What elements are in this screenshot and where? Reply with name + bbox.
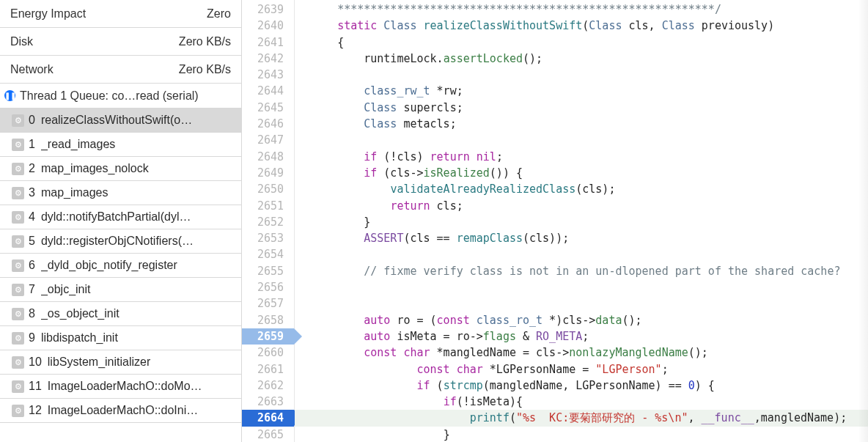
code-line[interactable] (295, 279, 868, 295)
gutter-line[interactable]: 2654 (242, 246, 294, 262)
stack-frame[interactable]: ⚙11ImageLoaderMachO::doMo… (0, 375, 241, 399)
code-line[interactable]: if (cls->isRealized()) { (295, 165, 868, 181)
code-line[interactable]: if(!isMeta){ (295, 394, 868, 410)
stack-frame[interactable]: ⚙6_dyld_objc_notify_register (0, 254, 241, 278)
code-line[interactable]: validateAlreadyRealizedClass(cls); (295, 181, 868, 197)
frame-index: 3 (29, 186, 35, 199)
code-line[interactable]: static Class realizeClassWithoutSwift(Cl… (295, 18, 868, 34)
code-line[interactable] (295, 67, 868, 83)
code-line[interactable]: { (295, 34, 868, 51)
gutter-line[interactable]: 2662 (242, 377, 294, 394)
code-line[interactable]: printf("%s KC:要菊部研究的 - %s\n", __func__,m… (295, 410, 868, 426)
gutter-line[interactable]: 2645 (242, 100, 294, 116)
stack-frame[interactable]: ⚙10libSystem_initializer (0, 350, 241, 375)
gutter-line[interactable]: 2640 (242, 18, 294, 34)
stack-frame[interactable]: ⚙8_os_object_init (0, 302, 241, 326)
code-line[interactable]: const char *LGPersonName = "LGPerson"; (295, 361, 868, 377)
gauge-row: DiskZero KB/s (0, 28, 241, 56)
gutter-line[interactable]: 2650 (242, 181, 294, 197)
gutter-line[interactable]: 2643 (242, 67, 294, 83)
stack-frames: ⚙0realizeClassWithoutSwift(o…⚙1_read_ima… (0, 108, 241, 442)
code-editor[interactable]: ****************************************… (295, 0, 868, 442)
frame-gear-icon: ⚙ (12, 163, 24, 175)
gutter-line[interactable]: 2648 (242, 149, 294, 165)
code-line[interactable]: // fixme verify class is not in an un-dl… (295, 263, 868, 279)
gutter-line[interactable]: 2649 (242, 165, 294, 181)
code-line[interactable]: if (strcmp(mangledName, LGPersonName) ==… (295, 377, 868, 394)
gutter-line[interactable]: 2656 (242, 279, 294, 295)
stack-frame[interactable]: ⚙5dyld::registerObjCNotifiers(… (0, 229, 241, 254)
frame-label: _dyld_objc_notify_register (41, 259, 177, 272)
frame-label: _objc_init (41, 283, 91, 296)
frame-label: ImageLoaderMachO::doIni… (48, 404, 198, 417)
code-line[interactable]: const char *mangledName = cls->nonlazyMa… (295, 345, 868, 361)
gutter-line[interactable]: 2660 (242, 345, 294, 361)
code-line[interactable] (295, 295, 868, 312)
scrollbar-area[interactable] (858, 0, 868, 442)
stack-frame[interactable]: ⚙7_objc_init (0, 278, 241, 302)
frame-label: ImageLoaderMachO::doMo… (48, 380, 202, 393)
stack-frame[interactable]: ⚙4dyld::notifyBatchPartial(dyl… (0, 205, 241, 229)
frame-gear-icon: ⚙ (12, 284, 24, 296)
gauge-row: NetworkZero KB/s (0, 56, 241, 84)
thread-title: Thread 1 Queue: co…read (serial) (20, 89, 199, 103)
frame-index: 5 (29, 235, 35, 248)
code-line[interactable] (295, 132, 868, 148)
gutter-line[interactable]: 2665 (242, 427, 294, 442)
frame-label: libdispatch_init (41, 331, 118, 345)
frame-gear-icon: ⚙ (12, 405, 24, 417)
stack-frame[interactable]: ⚙9libdispatch_init (0, 326, 241, 350)
gutter-line[interactable]: 2655 (242, 263, 294, 279)
frame-label: _read_images (41, 138, 115, 151)
gutter-line[interactable]: 2664 (242, 410, 294, 426)
gutter-line[interactable]: 2663 (242, 394, 294, 410)
gutter-line[interactable]: 2657 (242, 295, 294, 312)
code-line[interactable]: } (295, 427, 868, 442)
gutter-line[interactable]: 2647 (242, 132, 294, 148)
code-line[interactable]: runtimeLock.assertLocked(); (295, 51, 868, 67)
gutter-lines: 2639264026412642264326442645264626472648… (242, 0, 294, 442)
code-lines: ****************************************… (295, 0, 868, 442)
gauge-row: Energy ImpactZero (0, 0, 241, 28)
frame-index: 4 (29, 210, 35, 224)
gutter-line[interactable]: 2639 (242, 1, 294, 18)
code-line[interactable] (295, 246, 868, 262)
gutter-line[interactable]: 2652 (242, 214, 294, 230)
gauge-label: Disk (10, 35, 33, 48)
gutter-line[interactable]: 2651 (242, 198, 294, 214)
code-line[interactable]: } (295, 214, 868, 230)
frame-label: map_images_nolock (41, 162, 149, 175)
frame-gear-icon: ⚙ (12, 356, 24, 369)
code-line[interactable]: Class metacls; (295, 116, 868, 132)
frame-index: 6 (29, 259, 35, 272)
gutter-line[interactable]: 2659 (242, 328, 294, 345)
frame-index: 12 (29, 404, 42, 417)
stack-frame[interactable]: ⚙3map_images (0, 181, 241, 205)
gutter-line[interactable]: 2661 (242, 361, 294, 377)
thread-header[interactable]: ❚❚ Thread 1 Queue: co…read (serial) (0, 84, 241, 108)
stack-frame[interactable]: ⚙1_read_images (0, 133, 241, 157)
stack-frame[interactable]: ⚙2map_images_nolock (0, 157, 241, 181)
code-line[interactable]: ****************************************… (295, 1, 868, 18)
code-line[interactable]: ASSERT(cls == remapClass(cls)); (295, 230, 868, 246)
gutter-line[interactable]: 2644 (242, 83, 294, 99)
code-line[interactable]: return cls; (295, 198, 868, 214)
code-line[interactable]: auto ro = (const class_ro_t *)cls->data(… (295, 312, 868, 328)
gutter-line[interactable]: 2658 (242, 312, 294, 328)
frame-gear-icon: ⚙ (12, 187, 24, 199)
frame-label: libSystem_initializer (48, 356, 151, 369)
gauges-section: Energy ImpactZeroDiskZero KB/sNetworkZer… (0, 0, 241, 84)
gutter-line[interactable]: 2642 (242, 51, 294, 67)
gutter-line[interactable]: 2646 (242, 116, 294, 132)
code-line[interactable]: class_rw_t *rw; (295, 83, 868, 99)
gutter-line[interactable]: 2641 (242, 34, 294, 51)
stack-frame[interactable]: ⚙0realizeClassWithoutSwift(o… (0, 108, 241, 133)
gutter-line[interactable]: 2653 (242, 230, 294, 246)
stack-frame[interactable]: ⚙12ImageLoaderMachO::doIni… (0, 399, 241, 423)
frame-label: map_images (41, 186, 108, 199)
code-line[interactable]: if (!cls) return nil; (295, 149, 868, 165)
line-gutter[interactable]: 2639264026412642264326442645264626472648… (242, 0, 295, 442)
code-line[interactable]: Class supercls; (295, 100, 868, 116)
thread-pause-icon: ❚❚ (4, 90, 15, 101)
code-line[interactable]: auto isMeta = ro->flags & RO_META; (295, 328, 868, 345)
